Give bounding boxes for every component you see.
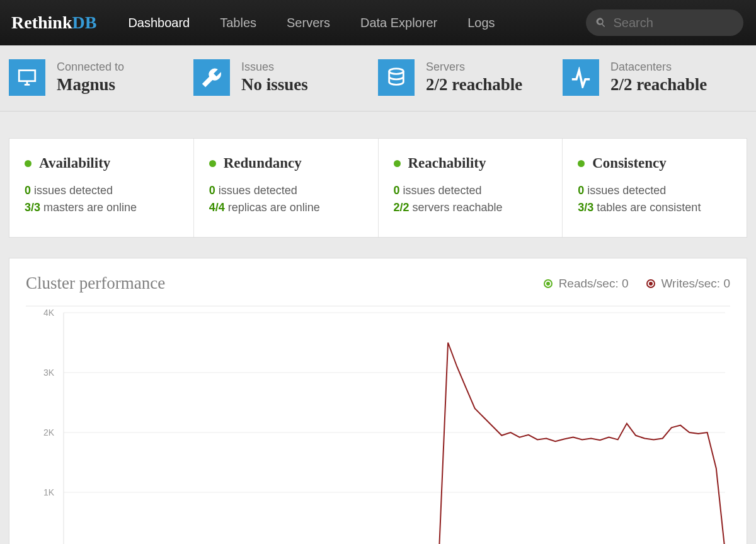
nav-data-explorer[interactable]: Data Explorer <box>360 16 437 30</box>
brand-logo[interactable]: RethinkDB <box>11 13 96 33</box>
health-title: Redundancy <box>224 155 302 171</box>
brand-name: Rethink <box>11 13 72 32</box>
status-dot-green-icon <box>25 160 32 167</box>
status-servers-label: Servers <box>426 61 522 74</box>
nav-servers[interactable]: Servers <box>287 16 330 30</box>
health-row: Availability 0 issues detected 3/3 maste… <box>9 138 747 238</box>
nav-logs[interactable]: Logs <box>467 16 495 30</box>
health-title: Consistency <box>592 155 667 171</box>
wrench-icon <box>193 59 230 96</box>
pulse-icon <box>563 59 599 96</box>
brand-suffix: DB <box>72 13 96 32</box>
status-connected-label: Connected to <box>57 61 124 74</box>
status-servers-value: 2/2 reachable <box>426 75 522 95</box>
status-issues-value: No issues <box>241 75 308 95</box>
nav-dashboard[interactable]: Dashboard <box>128 16 190 30</box>
top-navbar: RethinkDB Dashboard Tables Servers Data … <box>0 0 756 45</box>
nav-links: Dashboard Tables Servers Data Explorer L… <box>128 16 586 30</box>
perf-chart: 01K2K3K4K <box>26 306 730 544</box>
health-consistency: Consistency 0 issues detected 3/3 tables… <box>563 139 747 237</box>
ytick-label: 2K <box>43 427 54 437</box>
cluster-performance-panel: Cluster performance Reads/sec: 0 Writes/… <box>9 258 747 544</box>
search-box[interactable] <box>586 9 743 36</box>
health-title: Reachability <box>408 155 486 171</box>
ytick-label: 1K <box>43 487 54 497</box>
perf-header: Cluster performance Reads/sec: 0 Writes/… <box>26 274 730 293</box>
status-dot-green-icon <box>209 160 216 167</box>
search-input[interactable] <box>613 16 733 30</box>
health-reachability: Reachability 0 issues detected 2/2 serve… <box>379 139 563 237</box>
status-connected: Connected to Magnus <box>9 59 193 96</box>
svg-point-0 <box>389 69 404 74</box>
status-issues: Issues No issues <box>193 59 378 96</box>
health-availability: Availability 0 issues detected 3/3 maste… <box>9 139 194 237</box>
status-strip: Connected to Magnus Issues No issues Ser… <box>0 45 756 112</box>
legend-writes: Writes/sec: 0 <box>646 277 730 291</box>
status-servers: Servers 2/2 reachable <box>378 59 563 96</box>
perf-title: Cluster performance <box>26 274 526 293</box>
status-dot-green-icon <box>578 160 585 167</box>
ytick-label: 3K <box>43 367 54 378</box>
health-title: Availability <box>39 155 110 171</box>
health-redundancy: Redundancy 0 issues detected 4/4 replica… <box>194 139 379 237</box>
status-datacenters-label: Datacenters <box>610 61 707 74</box>
status-datacenters: Datacenters 2/2 reachable <box>563 59 747 96</box>
ytick-label: 4K <box>43 308 54 318</box>
circle-marker-icon <box>544 279 553 288</box>
circle-marker-icon <box>646 279 655 288</box>
search-icon <box>596 16 607 29</box>
status-dot-green-icon <box>394 160 401 167</box>
legend-reads: Reads/sec: 0 <box>544 277 629 291</box>
status-connected-value: Magnus <box>57 75 124 95</box>
status-datacenters-value: 2/2 reachable <box>610 75 707 95</box>
database-icon <box>378 59 415 96</box>
status-issues-label: Issues <box>241 61 308 74</box>
monitor-icon <box>9 59 45 96</box>
nav-tables[interactable]: Tables <box>220 16 256 30</box>
